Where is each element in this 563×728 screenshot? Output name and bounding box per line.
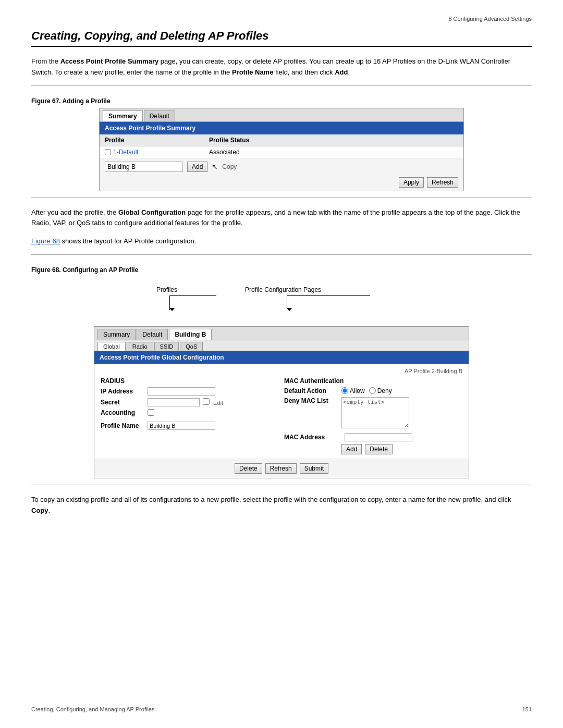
mac-buttons: Add Delete — [341, 444, 462, 454]
ip-address-input[interactable] — [148, 387, 215, 396]
mac-address-row: MAC Address — [284, 433, 462, 441]
accounting-row: Accounting — [101, 409, 279, 416]
content-area-68: AP Profile 2-Building B RADIUS IP Addres… — [94, 364, 469, 459]
accounting-checkbox[interactable] — [148, 409, 154, 416]
figure-68-label: Figure 68. Configuring an AP Profile — [31, 266, 532, 274]
body-paragraph-4: To copy an existing profile and all of i… — [31, 495, 532, 516]
submit-button-68[interactable]: Submit — [300, 463, 328, 474]
tab-buildingb-68[interactable]: Building B — [169, 329, 212, 340]
copy-label-67: Copy — [222, 163, 237, 170]
apply-button-67[interactable]: Apply — [399, 177, 424, 188]
intro-paragraph: From the Access Point Profile Summary pa… — [31, 56, 532, 78]
footer-right: 151 — [522, 706, 532, 712]
mac-auth-section-label: MAC Authentication — [284, 377, 462, 385]
mac-address-input[interactable] — [345, 433, 412, 441]
button-row-67: Apply Refresh — [100, 175, 463, 191]
allow-radio[interactable] — [341, 387, 348, 394]
edit-checkbox-label: Edit — [203, 398, 223, 406]
secret-label: Secret — [101, 399, 148, 406]
section-header-67: Access Point Profile Summary — [100, 122, 463, 134]
tab-bar-68: Summary Default Building B — [94, 327, 469, 340]
mac-address-label: MAC Address — [284, 434, 341, 441]
figure68-link[interactable]: Figure 68 — [31, 237, 60, 245]
add-mac-button[interactable]: Add — [341, 444, 362, 454]
ip-address-label: IP Address — [101, 388, 148, 395]
subtab-ssid[interactable]: SSID — [154, 342, 179, 351]
default-action-label: Default Action — [284, 387, 341, 394]
profile-checkbox-label[interactable]: 1-Default — [105, 149, 209, 156]
add-row-67: Add ↖ Copy — [100, 158, 463, 175]
tab-default-68[interactable]: Default — [137, 329, 168, 340]
col-profile-header: Profile — [105, 137, 209, 144]
profile-name-input-68[interactable] — [148, 422, 215, 430]
deny-mac-textarea[interactable]: <empty list> — [341, 397, 409, 428]
two-col-layout: RADIUS IP Address Secret — [101, 377, 462, 454]
header-text: 8 Configuring Advanced Settings — [448, 16, 532, 22]
refresh-button-67[interactable]: Refresh — [427, 177, 458, 188]
deny-mac-row: Deny MAC List <empty list> — [284, 397, 462, 430]
ip-address-row: IP Address — [101, 387, 279, 396]
diagram-pages-label: Profile Configuration Pages — [245, 286, 321, 293]
arrowhead-2 — [287, 308, 292, 311]
profile-name-label-68: Profile Name — [101, 422, 148, 429]
subtab-bar-68: Global Radio SSID QoS — [94, 340, 469, 351]
bottom-btn-row-68: Delete Refresh Submit — [94, 459, 469, 478]
table-row-67: 1-Default Associated — [100, 146, 463, 158]
right-col: MAC Authentication Default Action Allow — [284, 377, 462, 454]
secret-input[interactable] — [148, 398, 200, 406]
figure-67-label: Figure 67. Adding a Profile — [31, 97, 532, 105]
profile-checkbox[interactable] — [105, 149, 111, 155]
tab-summary-67[interactable]: Summary — [103, 110, 143, 121]
footer: Creating, Configuring, and Managing AP P… — [0, 706, 563, 712]
tab-default-67[interactable]: Default — [144, 110, 175, 121]
left-col: RADIUS IP Address Secret — [101, 377, 279, 454]
default-action-row: Default Action Allow Deny — [284, 387, 462, 394]
tab-summary-68[interactable]: Summary — [97, 329, 136, 340]
chapter-title: Creating, Copying, and Deleting AP Profi… — [31, 29, 532, 47]
ap-profile-label: AP Profile 2-Building B — [101, 368, 462, 374]
section-header-68: Access Point Profile Global Configuratio… — [94, 351, 469, 364]
body-paragraph-3: Figure 68 shows the layout for AP Profil… — [31, 236, 532, 247]
accounting-label: Accounting — [101, 409, 148, 416]
tab-bar-67: Summary Default — [100, 108, 463, 122]
edit-checkbox[interactable] — [203, 398, 210, 405]
profile-name-row: Profile Name — [101, 422, 279, 430]
diagram-area: Profiles Profile Configuration Pages — [31, 277, 532, 478]
figure-68-mockup: Summary Default Building B Global Rad — [94, 326, 469, 478]
deny-mac-label: Deny MAC List — [284, 397, 341, 404]
diagram-profiles-label: Profiles — [156, 286, 177, 293]
subtab-qos[interactable]: QoS — [180, 342, 203, 351]
page-header: 8 Configuring Advanced Settings — [31, 16, 532, 24]
arrowhead-1 — [169, 308, 175, 311]
figure-67-container: Figure 67. Adding a Profile Summary Defa… — [31, 85, 532, 198]
footer-left: Creating, Configuring, and Managing AP P… — [31, 706, 154, 712]
deny-radio-label[interactable]: Deny — [369, 387, 392, 394]
figure-67-mockup: Summary Default Access Point Profile Sum… — [99, 108, 464, 191]
profile-status: Associated — [209, 149, 458, 156]
col-status-header: Profile Status — [209, 137, 458, 144]
arrow-horizontal-2 — [287, 295, 370, 296]
add-button-67[interactable]: Add — [187, 162, 207, 172]
refresh-button-68[interactable]: Refresh — [265, 463, 297, 474]
table-header-67: Profile Profile Status — [100, 134, 463, 146]
body-paragraph-2: After you add the profile, the Global Co… — [31, 207, 532, 229]
deny-mac-list: <empty list> — [341, 397, 409, 430]
subtab-global[interactable]: Global — [97, 342, 126, 351]
subtab-radio[interactable]: Radio — [127, 342, 153, 351]
cursor-icon: ↖ — [212, 163, 218, 171]
allow-radio-label[interactable]: Allow — [341, 387, 365, 394]
radius-section-label: RADIUS — [101, 377, 279, 385]
delete-button-68[interactable]: Delete — [235, 463, 262, 474]
deny-radio[interactable] — [369, 387, 376, 394]
arrow-horizontal-1 — [169, 295, 216, 296]
figure-68-container: Figure 68. Configuring an AP Profile Pro… — [31, 254, 532, 485]
secret-row: Secret Edit — [101, 398, 279, 406]
delete-mac-button[interactable]: Delete — [365, 444, 393, 454]
profile-name-input[interactable] — [105, 162, 183, 172]
